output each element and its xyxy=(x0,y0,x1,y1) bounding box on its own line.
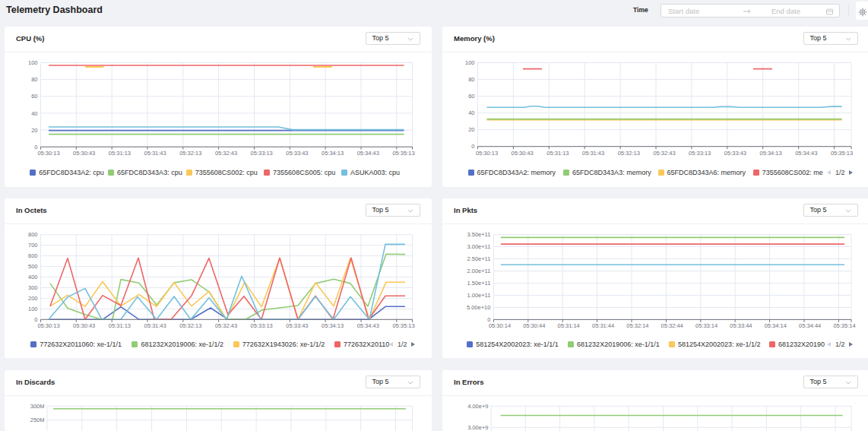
svg-text:05:34:43: 05:34:43 xyxy=(357,322,379,329)
svg-text:20: 20 xyxy=(468,126,474,133)
svg-text:05:33:13: 05:33:13 xyxy=(251,322,273,329)
svg-text:05:33:14: 05:33:14 xyxy=(695,322,718,329)
svg-text:400: 400 xyxy=(28,274,38,280)
svg-text:300M: 300M xyxy=(30,403,45,410)
svg-text:05:30:44: 05:30:44 xyxy=(523,322,545,329)
svg-text:3.00e+9: 3.00e+9 xyxy=(467,424,488,431)
svg-text:05:32:13: 05:32:13 xyxy=(179,150,201,157)
svg-text:05:34:13: 05:34:13 xyxy=(322,150,344,157)
svg-text:05:30:13: 05:30:13 xyxy=(37,150,59,157)
svg-text:05:30:13: 05:30:13 xyxy=(37,322,59,329)
svg-text:80: 80 xyxy=(31,76,37,83)
svg-text:05:33:44: 05:33:44 xyxy=(730,322,752,329)
svg-text:05:30:43: 05:30:43 xyxy=(73,322,95,329)
svg-text:05:32:43: 05:32:43 xyxy=(215,150,237,157)
svg-text:05:34:43: 05:34:43 xyxy=(795,150,817,157)
svg-text:250M: 250M xyxy=(30,417,45,423)
svg-text:40: 40 xyxy=(31,110,37,117)
svg-text:300: 300 xyxy=(28,284,38,291)
svg-text:100: 100 xyxy=(28,306,38,312)
svg-text:4.00e+9: 4.00e+9 xyxy=(467,403,488,410)
svg-text:05:33:43: 05:33:43 xyxy=(724,150,746,157)
svg-text:05:32:43: 05:32:43 xyxy=(215,322,237,329)
svg-text:05:35:13: 05:35:13 xyxy=(392,322,414,329)
svg-text:05:35:13: 05:35:13 xyxy=(392,150,414,157)
svg-text:05:34:13: 05:34:13 xyxy=(759,150,781,157)
svg-text:200: 200 xyxy=(28,295,38,302)
svg-text:40: 40 xyxy=(468,109,474,116)
svg-text:500: 500 xyxy=(28,263,38,270)
svg-text:05:31:14: 05:31:14 xyxy=(558,322,580,329)
svg-text:05:32:43: 05:32:43 xyxy=(653,150,675,157)
svg-text:80: 80 xyxy=(468,76,474,83)
svg-text:100: 100 xyxy=(28,59,38,66)
svg-text:05:32:13: 05:32:13 xyxy=(179,322,201,329)
svg-text:1.50e+11: 1.50e+11 xyxy=(467,280,490,287)
svg-text:05:32:44: 05:32:44 xyxy=(661,322,683,329)
svg-text:2.00e+11: 2.00e+11 xyxy=(467,268,490,274)
svg-text:700: 700 xyxy=(28,242,38,249)
svg-text:05:32:13: 05:32:13 xyxy=(618,150,640,157)
svg-text:600: 600 xyxy=(28,252,38,259)
svg-text:05:34:14: 05:34:14 xyxy=(765,322,787,329)
svg-text:2.50e+11: 2.50e+11 xyxy=(467,255,490,262)
svg-text:05:35:13: 05:35:13 xyxy=(831,150,853,157)
svg-text:05:33:13: 05:33:13 xyxy=(251,150,273,157)
svg-text:05:33:13: 05:33:13 xyxy=(689,150,711,157)
svg-text:60: 60 xyxy=(468,93,474,100)
svg-text:05:30:43: 05:30:43 xyxy=(512,150,534,157)
svg-text:05:34:43: 05:34:43 xyxy=(357,150,379,157)
svg-text:05:34:44: 05:34:44 xyxy=(799,322,821,329)
svg-text:05:32:14: 05:32:14 xyxy=(626,322,648,329)
svg-text:05:33:43: 05:33:43 xyxy=(286,150,308,157)
svg-text:05:35:14: 05:35:14 xyxy=(833,322,855,329)
svg-text:20: 20 xyxy=(31,127,37,134)
svg-text:100: 100 xyxy=(465,59,475,66)
svg-text:800: 800 xyxy=(28,231,38,238)
svg-text:05:31:13: 05:31:13 xyxy=(109,150,131,157)
svg-text:05:31:13: 05:31:13 xyxy=(546,150,569,157)
svg-text:5.00e+10: 5.00e+10 xyxy=(467,304,491,311)
svg-text:05:33:43: 05:33:43 xyxy=(286,322,308,329)
svg-text:05:30:14: 05:30:14 xyxy=(489,322,511,329)
svg-text:3.50e+11: 3.50e+11 xyxy=(467,231,490,238)
svg-text:60: 60 xyxy=(31,93,37,100)
svg-text:3.00e+11: 3.00e+11 xyxy=(467,243,490,250)
svg-text:05:31:13: 05:31:13 xyxy=(109,322,131,329)
svg-text:05:34:13: 05:34:13 xyxy=(322,322,344,329)
svg-text:05:30:13: 05:30:13 xyxy=(476,150,498,157)
svg-text:05:31:44: 05:31:44 xyxy=(592,322,614,329)
svg-text:1.00e+11: 1.00e+11 xyxy=(467,292,490,299)
svg-text:05:31:43: 05:31:43 xyxy=(144,322,166,329)
svg-text:0: 0 xyxy=(471,143,474,150)
svg-text:05:31:43: 05:31:43 xyxy=(582,150,604,157)
svg-text:05:30:43: 05:30:43 xyxy=(73,150,95,157)
svg-text:05:31:43: 05:31:43 xyxy=(144,150,166,157)
